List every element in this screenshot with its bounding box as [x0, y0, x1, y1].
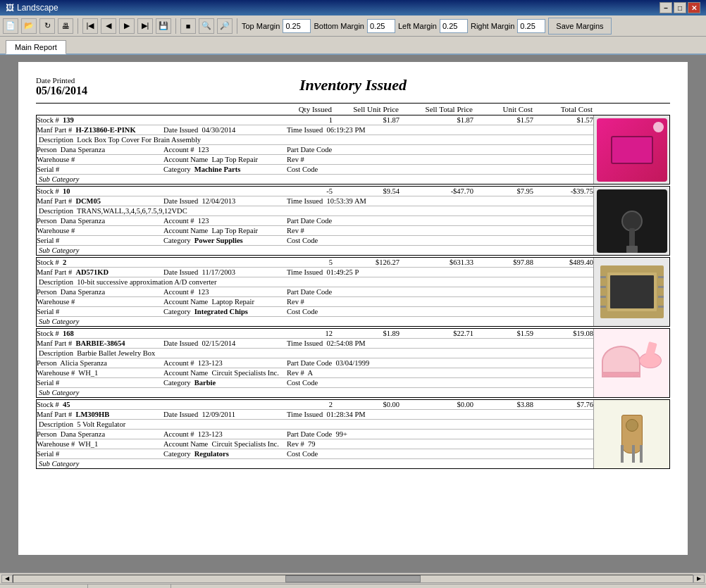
cost-code-1: Cost Code	[287, 237, 428, 244]
total-cost-0: $1.57	[533, 116, 593, 124]
qty-0: 1	[287, 116, 333, 124]
time-issued-1: Time Issued 10:53:39 AM	[287, 197, 428, 205]
account-num-2: Account # 123	[163, 288, 287, 296]
new-button[interactable]: 📄	[3, 18, 18, 34]
status-bar: Current Page No.: 21 Total Page No.: 21+…	[0, 584, 706, 588]
item-image-0	[593, 115, 669, 184]
search-button[interactable]: 🔍	[199, 18, 214, 34]
sell-total-3: $22.71	[400, 330, 473, 337]
unit-cost-1: $7.95	[473, 187, 533, 195]
time-issued-4: Time Issued 01:28:34 PM	[287, 411, 428, 418]
sell-total-1: -$47.70	[400, 187, 473, 195]
date-printed-label: Date Printed	[36, 76, 142, 85]
category-3: Category Barbie	[163, 379, 287, 387]
maximize-button[interactable]: □	[674, 2, 686, 13]
sell-unit-1: $9.54	[333, 187, 400, 195]
account-num-3: Account # 123-123	[163, 359, 287, 367]
next-page-button[interactable]: ▶	[119, 18, 135, 34]
person-2: Person Dana Speranza	[37, 288, 163, 296]
col-header-sell-total: Sell Total Price	[399, 105, 473, 113]
sell-total-2: $631.33	[400, 258, 473, 266]
report-container[interactable]: Date Printed 05/16/2014 Inventory Issued…	[0, 55, 706, 573]
category-4: Category Regulators	[163, 450, 287, 458]
rev-2: Rev #	[287, 298, 428, 306]
qty-1: -5	[287, 187, 333, 195]
close-button[interactable]: ✕	[688, 2, 700, 13]
rev-3: Rev # A	[287, 369, 428, 377]
first-page-button[interactable]: |◀	[82, 18, 98, 34]
col-header-name	[36, 105, 286, 113]
unit-cost-2: $97.88	[473, 258, 533, 266]
last-page-button[interactable]: ▶|	[137, 18, 153, 34]
warehouse-1: Warehouse #	[37, 227, 163, 234]
refresh-button[interactable]: ↻	[39, 18, 55, 34]
scroll-right-button[interactable]: ▶	[693, 575, 705, 583]
rev-4: Rev # 79	[287, 440, 428, 448]
warehouse-2: Warehouse #	[37, 298, 163, 306]
hscroll-thumb[interactable]	[285, 575, 421, 582]
person-4: Person Dana Speranza	[37, 430, 163, 438]
zoom-button[interactable]: 🔎	[217, 18, 233, 34]
prev-page-button[interactable]: ◀	[101, 18, 116, 34]
unit-cost-0: $1.57	[473, 116, 533, 124]
right-margin-input[interactable]	[517, 19, 545, 33]
manf-part-label-1: Manf Part # DCM05	[37, 197, 163, 205]
window-title: Landscape	[17, 3, 58, 13]
account-name-4: Account Name Circuit Specialists Inc.	[163, 440, 287, 448]
serial-0: Serial #	[37, 165, 163, 173]
desc-4: Description 5 Volt Regulator	[39, 420, 125, 428]
time-issued-3: Time Issued 02:54:08 PM	[287, 339, 428, 347]
date-issued-4: Date Issued 12/09/2011	[163, 411, 287, 418]
cost-code-2: Cost Code	[287, 308, 428, 315]
app-icon: 🖼	[6, 3, 14, 13]
sub-cat-2: Sub Category	[39, 318, 79, 325]
save-margins-button[interactable]: Save Margins	[548, 18, 611, 35]
tab-bar: Main Report	[0, 37, 706, 55]
stock-label-4: Stock # 45	[37, 401, 287, 408]
qty-4: 2	[287, 401, 333, 408]
account-name-2: Account Name Laptop Repair	[163, 298, 287, 306]
item-image-3	[593, 329, 669, 397]
print-button[interactable]: 🖶	[58, 18, 73, 34]
account-num-0: Account # 123	[163, 146, 287, 154]
part-date-code-0: Part Date Code	[287, 146, 428, 154]
item-image-1	[593, 187, 669, 255]
left-margin-label: Left Margin	[398, 22, 437, 30]
stock-label-0: Stock # 139	[37, 116, 287, 124]
cost-code-3: Cost Code	[287, 379, 428, 387]
date-issued-3: Date Issued 02/15/2014	[163, 339, 287, 347]
account-name-1: Account Name Lap Top Repair	[163, 227, 287, 234]
serial-4: Serial #	[37, 450, 163, 458]
part-date-code-1: Part Date Code	[287, 217, 428, 225]
top-margin-input[interactable]	[283, 19, 311, 33]
item-block-2: Stock # 2 5 $126.27 $631.33 $97.88 $489.…	[36, 257, 670, 327]
minimize-button[interactable]: –	[659, 2, 672, 13]
stock-label-1: Stock # 10	[37, 187, 287, 195]
date-issued-2: Date Issued 11/17/2003	[163, 268, 287, 276]
account-name-0: Account Name Lap Top Repair	[163, 156, 287, 163]
serial-3: Serial #	[37, 379, 163, 387]
sell-unit-4: $0.00	[333, 401, 400, 408]
total-cost-1: -$39.75	[533, 187, 593, 195]
sub-cat-1: Sub Category	[39, 246, 79, 254]
person-1: Person Dana Speranza	[37, 217, 163, 225]
stop-button[interactable]: ■	[180, 18, 196, 34]
rev-0: Rev #	[287, 156, 428, 163]
part-date-code-4: Part Date Code 99+	[287, 430, 428, 438]
cost-code-4: Cost Code	[287, 450, 428, 458]
col-header-unit-cost: Unit Cost	[473, 105, 533, 113]
qty-2: 5	[287, 258, 333, 266]
tab-main-report[interactable]: Main Report	[6, 40, 66, 54]
sell-unit-2: $126.27	[333, 258, 400, 266]
hscroll-track[interactable]	[13, 575, 693, 583]
left-margin-input[interactable]	[440, 19, 468, 33]
col-header-total-cost: Total Cost	[533, 105, 593, 113]
export-button[interactable]: 💾	[156, 18, 171, 34]
rev-1: Rev #	[287, 227, 428, 234]
horizontal-scrollbar[interactable]: ◀ ▶	[0, 573, 706, 584]
open-button[interactable]: 📂	[21, 18, 37, 34]
category-0: Category Machine Parts	[163, 165, 287, 173]
right-margin-label: Right Margin	[471, 22, 514, 30]
bottom-margin-input[interactable]	[367, 19, 395, 33]
scroll-left-button[interactable]: ◀	[1, 575, 13, 583]
